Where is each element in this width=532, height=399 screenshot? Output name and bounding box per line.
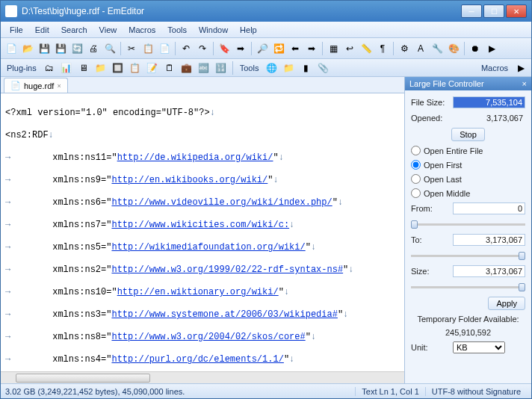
record-icon[interactable]: ⏺ [468,41,483,56]
paste-icon[interactable]: 📄 [157,41,172,56]
close-button[interactable]: ✕ [506,4,527,18]
tool-ie-icon[interactable]: 🌐 [264,61,279,75]
menu-window[interactable]: Window [193,24,234,36]
plugin-icon[interactable]: 🖥 [76,61,91,75]
save-icon[interactable]: 💾 [37,41,52,56]
play-icon[interactable]: ▶ [484,41,499,56]
open-last-label: Open Last [424,175,462,184]
from-value[interactable]: 0 [453,202,525,214]
panel-close-icon[interactable]: × [522,79,527,88]
plugin-icon[interactable]: 📋 [128,61,143,75]
saveall-icon[interactable]: 💾 [53,41,68,56]
to-value[interactable]: 3,173,067 [453,234,525,246]
open-middle-radio[interactable] [411,188,421,198]
menu-view[interactable]: View [93,24,123,36]
app-icon [5,5,17,17]
status-position: Text Ln 1, Col 1 [355,387,424,396]
macros-label: Macros [478,64,511,72]
size-label: Size: [411,267,450,276]
menu-macros[interactable]: Macros [123,24,161,36]
menu-edit[interactable]: Edit [29,24,55,36]
plugin-icon[interactable]: 🔤 [197,61,211,75]
menu-file[interactable]: File [4,24,29,36]
file-tab[interactable]: 📄 huge.rdf × [4,78,68,93]
minimize-button[interactable]: ─ [461,4,482,18]
replace-icon[interactable]: 🔁 [271,41,286,56]
code-view[interactable]: <?xml version="1.0" encoding="UTF-8"?>↓ … [1,93,404,371]
tool-explorer-icon[interactable]: 📁 [281,61,296,75]
bookmark-icon[interactable]: 🔖 [217,41,232,56]
toolbar-main: 📄 📂 💾 💾 🔄 🖨 🔍 ✂ 📋 📄 ↶ ↷ 🔖 ➡ 🔎 🔁 ⬅ ➡ ▦ ↩ … [1,38,531,59]
temp-label: Temporary Folder Available: [411,315,525,324]
open-first-label: Open First [424,161,462,170]
jump-icon[interactable]: ➡ [233,41,248,56]
plugin-icon[interactable]: 📊 [59,61,74,75]
menubar: File Edit Search View Macros Tools Windo… [1,22,531,38]
copy-icon[interactable]: 📋 [140,41,155,56]
properties-icon[interactable]: 🔧 [430,41,445,56]
stop-button[interactable]: Stop [451,128,485,141]
unit-label: Unit: [411,343,450,352]
open-entire-radio[interactable] [411,146,421,155]
plugin-icon[interactable]: 💼 [179,61,194,75]
find-icon[interactable]: 🔎 [255,41,270,56]
open-first-radio[interactable] [411,160,421,170]
doc-icon: 📄 [10,81,21,90]
grid-icon[interactable]: ▦ [326,41,341,56]
open-entire-label: Open Entire File [424,146,483,155]
config-icon[interactable]: ⚙ [397,41,412,56]
filesize-value[interactable]: 7,535,104 [453,96,525,108]
status-encoding: UTF-8 without Signature [425,387,527,396]
marks-icon[interactable]: ¶ [375,41,390,56]
size-slider[interactable] [411,282,525,292]
menu-help[interactable]: Help [234,24,263,36]
large-file-panel: Large File Controller × File Size:7,535,… [404,77,531,383]
filesize-label: File Size: [411,98,450,107]
apply-button[interactable]: Apply [488,297,525,310]
cut-icon[interactable]: ✂ [124,41,139,56]
open-icon[interactable]: 📂 [20,41,35,56]
menu-tools[interactable]: Tools [161,24,193,36]
plugin-icon[interactable]: 🔢 [214,61,229,75]
plugin-icon[interactable]: 🗒 [162,61,177,75]
horizontal-scrollbar[interactable] [1,371,404,383]
findprev-icon[interactable]: ⬅ [288,41,303,56]
undo-icon[interactable]: ↶ [179,41,194,56]
size-value[interactable]: 3,173,067 [453,265,525,277]
new-icon[interactable]: 📄 [4,41,19,56]
tabbar: 📄 huge.rdf × [1,77,404,93]
from-slider[interactable] [411,219,525,229]
plugin-icon[interactable]: 📁 [93,61,108,75]
wrap-icon[interactable]: ↩ [342,41,357,56]
unit-select[interactable]: KB [453,341,505,353]
scrollbar-thumb[interactable] [16,374,150,383]
tool-icon[interactable]: 📎 [315,61,330,75]
maximize-button[interactable]: ☐ [483,4,504,18]
ruler-icon[interactable]: 📏 [359,41,374,56]
preview-icon[interactable]: 🔍 [102,41,117,56]
window-title: D:\Test\big\huge.rdf - EmEditor [22,6,144,16]
titlebar: D:\Test\big\huge.rdf - EmEditor ─ ☐ ✕ [1,1,531,22]
macro-icon[interactable]: ▶ [513,61,528,75]
plugin-icon[interactable]: 📝 [145,61,160,75]
to-label: To: [411,235,450,244]
plugin-icon[interactable]: 🔲 [111,61,126,75]
opened-value: 3,173,067 [453,113,525,123]
customize-icon[interactable]: 🎨 [446,41,461,56]
tools-label: Tools [237,64,262,72]
statusbar: 3.02 GB (3,249,221,452 bytes), 45,090,00… [1,383,531,398]
findnext-icon[interactable]: ➡ [304,41,319,56]
redo-icon[interactable]: ↷ [195,41,210,56]
tool-cmd-icon[interactable]: ▮ [298,61,313,75]
print-icon[interactable]: 🖨 [86,41,101,56]
editor-area: 📄 huge.rdf × <?xml version="1.0" encodin… [1,77,404,383]
tab-close-icon[interactable]: × [57,82,61,90]
to-slider[interactable] [411,250,525,261]
reload-icon[interactable]: 🔄 [69,41,84,56]
opened-label: Opened: [411,114,450,123]
font-icon[interactable]: A [413,41,428,56]
panel-header: Large File Controller × [405,77,531,90]
open-last-radio[interactable] [411,174,421,184]
plugin-icon[interactable]: 🗂 [42,61,57,75]
menu-search[interactable]: Search [55,24,93,36]
